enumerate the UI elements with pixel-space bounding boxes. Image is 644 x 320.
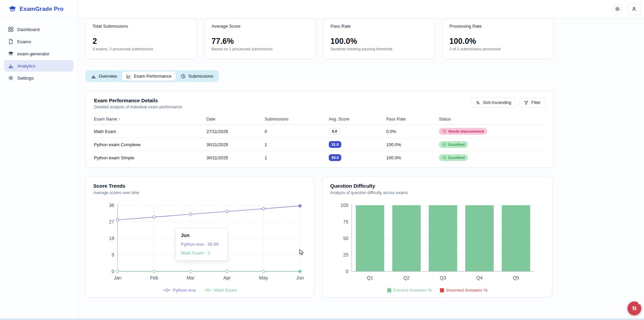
svg-text:100: 100: [341, 203, 349, 208]
svg-text:50: 50: [343, 236, 348, 241]
bar-chart-icon: [91, 74, 96, 79]
legend-marker-icon: [387, 288, 391, 292]
legend-marker-icon: [163, 288, 171, 292]
svg-text:9: 9: [112, 252, 114, 258]
legend-entry-incorrect-answers: Incorrect Answers %: [440, 288, 488, 293]
page-bottom-strip: [0, 318, 644, 320]
mouse-cursor: [299, 249, 305, 257]
table-row: Math Exam 27/11/2025 0 0.0 0.0% Needs Im…: [94, 125, 546, 138]
legend-marker-icon: [204, 288, 212, 292]
svg-text:18: 18: [109, 236, 114, 241]
graduation-cap-icon: [9, 5, 16, 13]
column-header-submissions[interactable]: Submissions: [265, 114, 329, 125]
column-header-exam-name[interactable]: Exam Name ↑: [94, 114, 206, 125]
legend-entry-math-exam: Math Exam: [204, 288, 237, 293]
user-icon: [631, 6, 637, 11]
check-circle-icon: [442, 156, 446, 160]
svg-text:Mar: Mar: [187, 275, 195, 281]
svg-text:0: 0: [346, 269, 348, 274]
legend-marker-icon: [440, 288, 444, 292]
svg-text:Q4: Q4: [476, 275, 483, 281]
tooltip-line: Python exa : 35.65: [181, 242, 223, 247]
gear-icon: [8, 75, 14, 81]
bar-chart-icon: [8, 63, 14, 69]
exam-table: Exam Name ↑DateSubmissionsAvg. ScorePass…: [94, 114, 546, 164]
cell-date: 30/11/2025: [206, 151, 265, 164]
cell-date: 27/11/2025: [206, 125, 265, 138]
svg-text:27: 27: [109, 219, 114, 224]
fab-status-dot: [638, 300, 642, 304]
filter-icon: [524, 101, 528, 105]
svg-text:Q2: Q2: [403, 275, 410, 281]
svg-text:Jun: Jun: [296, 275, 304, 281]
question-difficulty-card: Question Difficulty Analysis of question…: [322, 177, 552, 297]
column-header-avg-score[interactable]: Avg. Score: [329, 114, 386, 125]
legend-entry-correct-answers: Correct Answers %: [387, 288, 432, 293]
sort-arrows-icon: [476, 101, 480, 105]
stat-card-pass-rate: Pass Rate 100.0% Students meeting passin…: [323, 19, 435, 59]
chart-subtitle: Average scores over time: [93, 190, 306, 195]
column-header-date[interactable]: Date: [206, 114, 265, 125]
tab-exam-performance[interactable]: Exam Performance: [122, 72, 176, 81]
cell-submissions: 1: [265, 138, 329, 151]
filter-button[interactable]: Filter: [519, 98, 545, 108]
tab-submissions[interactable]: Submissions: [176, 72, 218, 81]
table-row: Python exam Simple 30/11/2025 1 59.0 100…: [94, 151, 546, 164]
sidebar: ExamGrade Pro Dashboard Exams exam-gener…: [0, 0, 78, 320]
tab-overview[interactable]: Overview: [87, 72, 121, 81]
cell-pass-rate: 0.0%: [386, 125, 439, 138]
cell-submissions: 1: [265, 151, 329, 164]
cell-pass-rate: 100.0%: [386, 138, 439, 151]
user-menu-button[interactable]: [627, 3, 641, 15]
theme-toggle-button[interactable]: [612, 4, 623, 15]
pie-chart-icon: [181, 74, 185, 79]
column-header-pass-rate[interactable]: Pass Rate: [386, 114, 439, 125]
table-header-row: Exam Name ↑DateSubmissionsAvg. ScorePass…: [94, 114, 546, 125]
svg-text:Jan: Jan: [114, 275, 122, 281]
cell-exam-name: Python exam Simple: [94, 151, 206, 164]
sidebar-item-exams[interactable]: Exams: [4, 36, 74, 47]
sidebar-item-dashboard[interactable]: Dashboard: [4, 24, 74, 35]
avg-score-badge: 31.0: [329, 141, 341, 148]
tooltip-title: Jun: [181, 233, 223, 238]
bar-chart-canvas[interactable]: 0255075100Q1Q2Q3Q4Q5: [330, 200, 545, 286]
stat-card-average-score: Average Score 77.6% Based on 2 processed…: [204, 19, 316, 59]
sidebar-item-settings[interactable]: Settings: [4, 72, 74, 84]
table-subtitle: Detailed analysis of individual exam per…: [94, 105, 182, 109]
sort-ascending-button[interactable]: Sort Ascending: [471, 98, 516, 108]
sidebar-item-exam-generator[interactable]: exam-generator: [4, 48, 74, 59]
app-name: ExamGrade Pro: [20, 6, 64, 12]
app-logo[interactable]: ExamGrade Pro: [0, 0, 78, 18]
status-badge: Excellent: [439, 154, 468, 161]
cell-exam-name: Python exam Complexe: [94, 138, 206, 151]
avg-score-badge: 59.0: [329, 154, 341, 161]
grid-icon: [8, 27, 14, 32]
chart-subtitle: Analysis of question difficulty across e…: [330, 190, 545, 195]
status-badge: Excellent: [439, 141, 468, 148]
cell-pass-rate: 100.0%: [386, 151, 439, 164]
check-circle-icon: [442, 142, 446, 146]
sun-icon: [615, 6, 620, 11]
tab-bar: Overview Exam Performance Submissions: [85, 70, 219, 82]
svg-text:Q1: Q1: [367, 275, 373, 281]
svg-text:25: 25: [343, 252, 348, 258]
cell-exam-name: Math Exam: [94, 125, 206, 138]
sidebar-nav: Dashboard Exams exam-generator Analytics…: [0, 18, 78, 89]
svg-text:Q5: Q5: [513, 275, 519, 281]
main-content: Total Submissions 2 3 exams, 2 processed…: [78, 19, 644, 320]
graduation-cap-icon: [8, 51, 14, 56]
line-chart-icon: [126, 74, 131, 79]
svg-text:36: 36: [109, 203, 114, 208]
sidebar-item-analytics[interactable]: Analytics: [4, 60, 74, 72]
charts-row: Score Trends Average scores over time Ja…: [85, 177, 554, 297]
svg-text:0: 0: [112, 269, 114, 274]
bar-chart-legend: Correct Answers %Incorrect Answers %: [330, 288, 545, 293]
top-header: [78, 0, 644, 18]
chart-title: Score Trends: [93, 183, 306, 189]
notification-fab[interactable]: N: [627, 301, 641, 315]
table-row: Python exam Complexe 30/11/2025 1 31.0 1…: [94, 138, 546, 151]
stat-card-total-submissions: Total Submissions 2 3 exams, 2 processed…: [85, 19, 197, 59]
column-header-status[interactable]: Status: [439, 114, 546, 125]
svg-text:Apr: Apr: [223, 275, 231, 281]
status-badge: Needs Improvement: [439, 128, 487, 135]
